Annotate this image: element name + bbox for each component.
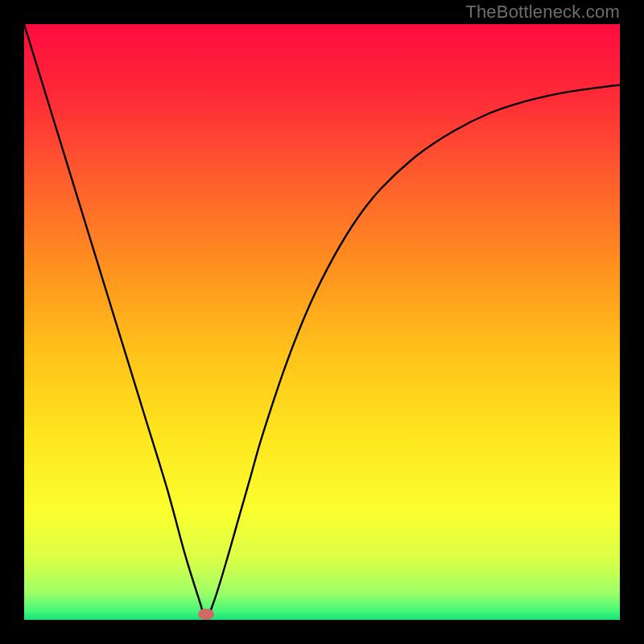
chart-frame: TheBottleneck.com [0,0,644,644]
optimal-point-marker [198,609,214,620]
bottleneck-curve [24,24,620,620]
watermark-text: TheBottleneck.com [465,2,620,23]
bottleneck-curve-path [24,24,620,619]
plot-area [24,24,620,620]
